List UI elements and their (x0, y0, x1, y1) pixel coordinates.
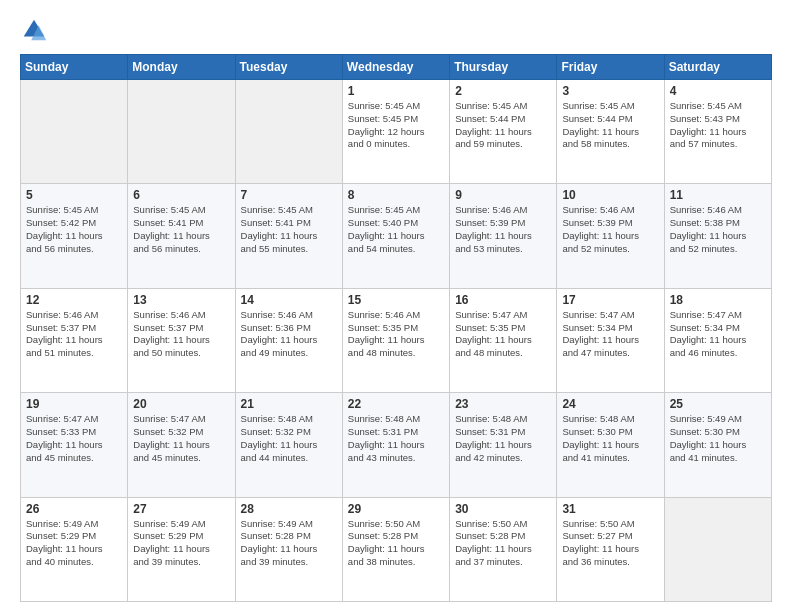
day-info: Sunrise: 5:46 AM Sunset: 5:39 PM Dayligh… (562, 204, 658, 255)
calendar-cell: 19Sunrise: 5:47 AM Sunset: 5:33 PM Dayli… (21, 393, 128, 497)
calendar-cell: 26Sunrise: 5:49 AM Sunset: 5:29 PM Dayli… (21, 497, 128, 601)
day-number: 18 (670, 293, 766, 307)
calendar-cell: 16Sunrise: 5:47 AM Sunset: 5:35 PM Dayli… (450, 288, 557, 392)
calendar-cell: 29Sunrise: 5:50 AM Sunset: 5:28 PM Dayli… (342, 497, 449, 601)
calendar-header: SundayMondayTuesdayWednesdayThursdayFrid… (21, 55, 772, 80)
day-info: Sunrise: 5:49 AM Sunset: 5:29 PM Dayligh… (133, 518, 229, 569)
calendar-cell: 31Sunrise: 5:50 AM Sunset: 5:27 PM Dayli… (557, 497, 664, 601)
header-cell: Thursday (450, 55, 557, 80)
day-info: Sunrise: 5:50 AM Sunset: 5:28 PM Dayligh… (348, 518, 444, 569)
day-info: Sunrise: 5:45 AM Sunset: 5:45 PM Dayligh… (348, 100, 444, 151)
day-info: Sunrise: 5:50 AM Sunset: 5:28 PM Dayligh… (455, 518, 551, 569)
day-number: 14 (241, 293, 337, 307)
day-info: Sunrise: 5:45 AM Sunset: 5:41 PM Dayligh… (241, 204, 337, 255)
day-number: 2 (455, 84, 551, 98)
logo (20, 16, 52, 44)
day-info: Sunrise: 5:45 AM Sunset: 5:44 PM Dayligh… (562, 100, 658, 151)
header-cell: Friday (557, 55, 664, 80)
day-info: Sunrise: 5:45 AM Sunset: 5:42 PM Dayligh… (26, 204, 122, 255)
day-number: 8 (348, 188, 444, 202)
day-number: 27 (133, 502, 229, 516)
day-info: Sunrise: 5:45 AM Sunset: 5:44 PM Dayligh… (455, 100, 551, 151)
calendar-cell: 14Sunrise: 5:46 AM Sunset: 5:36 PM Dayli… (235, 288, 342, 392)
calendar-row: 26Sunrise: 5:49 AM Sunset: 5:29 PM Dayli… (21, 497, 772, 601)
day-info: Sunrise: 5:45 AM Sunset: 5:41 PM Dayligh… (133, 204, 229, 255)
day-number: 1 (348, 84, 444, 98)
calendar-body: 1Sunrise: 5:45 AM Sunset: 5:45 PM Daylig… (21, 80, 772, 602)
day-number: 16 (455, 293, 551, 307)
day-info: Sunrise: 5:45 AM Sunset: 5:43 PM Dayligh… (670, 100, 766, 151)
day-number: 20 (133, 397, 229, 411)
day-number: 22 (348, 397, 444, 411)
day-number: 5 (26, 188, 122, 202)
calendar-cell: 8Sunrise: 5:45 AM Sunset: 5:40 PM Daylig… (342, 184, 449, 288)
day-info: Sunrise: 5:46 AM Sunset: 5:35 PM Dayligh… (348, 309, 444, 360)
day-number: 24 (562, 397, 658, 411)
day-number: 3 (562, 84, 658, 98)
day-info: Sunrise: 5:46 AM Sunset: 5:39 PM Dayligh… (455, 204, 551, 255)
header (20, 16, 772, 44)
day-info: Sunrise: 5:47 AM Sunset: 5:34 PM Dayligh… (670, 309, 766, 360)
day-info: Sunrise: 5:47 AM Sunset: 5:33 PM Dayligh… (26, 413, 122, 464)
day-number: 30 (455, 502, 551, 516)
day-info: Sunrise: 5:49 AM Sunset: 5:30 PM Dayligh… (670, 413, 766, 464)
calendar-row: 19Sunrise: 5:47 AM Sunset: 5:33 PM Dayli… (21, 393, 772, 497)
calendar-cell: 15Sunrise: 5:46 AM Sunset: 5:35 PM Dayli… (342, 288, 449, 392)
day-number: 29 (348, 502, 444, 516)
calendar-row: 12Sunrise: 5:46 AM Sunset: 5:37 PM Dayli… (21, 288, 772, 392)
calendar-cell: 23Sunrise: 5:48 AM Sunset: 5:31 PM Dayli… (450, 393, 557, 497)
day-info: Sunrise: 5:47 AM Sunset: 5:35 PM Dayligh… (455, 309, 551, 360)
day-number: 28 (241, 502, 337, 516)
calendar-cell: 13Sunrise: 5:46 AM Sunset: 5:37 PM Dayli… (128, 288, 235, 392)
calendar-cell: 27Sunrise: 5:49 AM Sunset: 5:29 PM Dayli… (128, 497, 235, 601)
day-info: Sunrise: 5:48 AM Sunset: 5:32 PM Dayligh… (241, 413, 337, 464)
day-info: Sunrise: 5:48 AM Sunset: 5:31 PM Dayligh… (455, 413, 551, 464)
calendar-cell (21, 80, 128, 184)
calendar-cell: 7Sunrise: 5:45 AM Sunset: 5:41 PM Daylig… (235, 184, 342, 288)
day-number: 13 (133, 293, 229, 307)
calendar-cell (128, 80, 235, 184)
calendar-row: 5Sunrise: 5:45 AM Sunset: 5:42 PM Daylig… (21, 184, 772, 288)
calendar-table: SundayMondayTuesdayWednesdayThursdayFrid… (20, 54, 772, 602)
calendar-cell: 25Sunrise: 5:49 AM Sunset: 5:30 PM Dayli… (664, 393, 771, 497)
calendar-cell: 22Sunrise: 5:48 AM Sunset: 5:31 PM Dayli… (342, 393, 449, 497)
day-info: Sunrise: 5:47 AM Sunset: 5:32 PM Dayligh… (133, 413, 229, 464)
calendar-row: 1Sunrise: 5:45 AM Sunset: 5:45 PM Daylig… (21, 80, 772, 184)
day-info: Sunrise: 5:49 AM Sunset: 5:29 PM Dayligh… (26, 518, 122, 569)
header-cell: Saturday (664, 55, 771, 80)
header-cell: Tuesday (235, 55, 342, 80)
calendar-cell: 10Sunrise: 5:46 AM Sunset: 5:39 PM Dayli… (557, 184, 664, 288)
day-info: Sunrise: 5:46 AM Sunset: 5:36 PM Dayligh… (241, 309, 337, 360)
calendar-cell: 11Sunrise: 5:46 AM Sunset: 5:38 PM Dayli… (664, 184, 771, 288)
day-info: Sunrise: 5:48 AM Sunset: 5:31 PM Dayligh… (348, 413, 444, 464)
day-number: 12 (26, 293, 122, 307)
logo-icon (20, 16, 48, 44)
calendar-cell: 1Sunrise: 5:45 AM Sunset: 5:45 PM Daylig… (342, 80, 449, 184)
day-info: Sunrise: 5:45 AM Sunset: 5:40 PM Dayligh… (348, 204, 444, 255)
calendar-cell: 18Sunrise: 5:47 AM Sunset: 5:34 PM Dayli… (664, 288, 771, 392)
day-info: Sunrise: 5:49 AM Sunset: 5:28 PM Dayligh… (241, 518, 337, 569)
day-number: 11 (670, 188, 766, 202)
day-info: Sunrise: 5:46 AM Sunset: 5:37 PM Dayligh… (26, 309, 122, 360)
header-cell: Sunday (21, 55, 128, 80)
calendar-cell: 30Sunrise: 5:50 AM Sunset: 5:28 PM Dayli… (450, 497, 557, 601)
calendar-cell: 20Sunrise: 5:47 AM Sunset: 5:32 PM Dayli… (128, 393, 235, 497)
day-number: 7 (241, 188, 337, 202)
day-number: 15 (348, 293, 444, 307)
day-info: Sunrise: 5:48 AM Sunset: 5:30 PM Dayligh… (562, 413, 658, 464)
day-number: 21 (241, 397, 337, 411)
day-number: 10 (562, 188, 658, 202)
header-cell: Monday (128, 55, 235, 80)
calendar-cell: 3Sunrise: 5:45 AM Sunset: 5:44 PM Daylig… (557, 80, 664, 184)
calendar-cell: 12Sunrise: 5:46 AM Sunset: 5:37 PM Dayli… (21, 288, 128, 392)
day-number: 9 (455, 188, 551, 202)
calendar-cell: 28Sunrise: 5:49 AM Sunset: 5:28 PM Dayli… (235, 497, 342, 601)
header-row: SundayMondayTuesdayWednesdayThursdayFrid… (21, 55, 772, 80)
day-number: 23 (455, 397, 551, 411)
calendar-cell: 21Sunrise: 5:48 AM Sunset: 5:32 PM Dayli… (235, 393, 342, 497)
page: SundayMondayTuesdayWednesdayThursdayFrid… (0, 0, 792, 612)
day-number: 17 (562, 293, 658, 307)
day-info: Sunrise: 5:46 AM Sunset: 5:37 PM Dayligh… (133, 309, 229, 360)
day-number: 26 (26, 502, 122, 516)
day-number: 4 (670, 84, 766, 98)
